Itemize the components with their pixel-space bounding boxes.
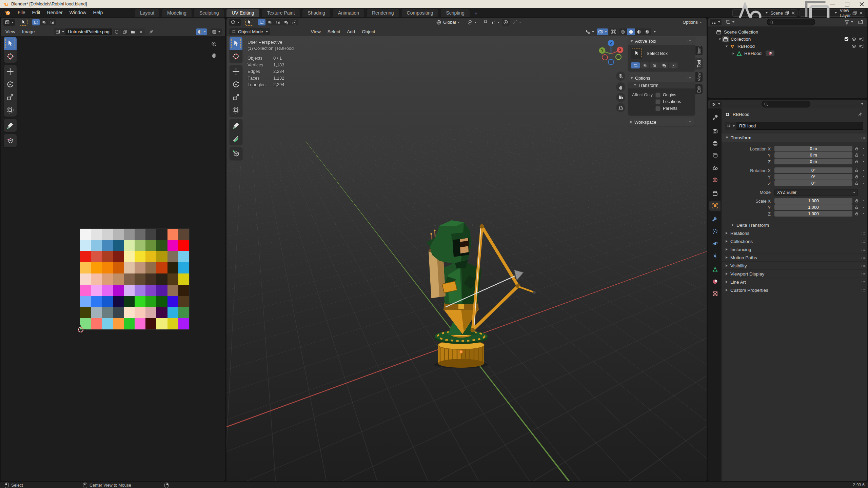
outliner-row-rbhood[interactable]: RBHood	[708, 43, 867, 50]
orientation-global[interactable]	[436, 20, 441, 25]
uv-canvas[interactable]	[1, 36, 225, 481]
properties-tab-constraints[interactable]	[709, 251, 721, 261]
scene-selector[interactable]: Scene	[732, 9, 797, 17]
lock-icon[interactable]	[854, 168, 859, 172]
menu-render[interactable]: Render	[44, 8, 66, 17]
object-name-field[interactable]: RBHood	[736, 122, 863, 130]
remove-view-layer-icon[interactable]	[859, 11, 864, 16]
workspace-tab-compositing[interactable]: Compositing	[402, 9, 438, 17]
workspace-tab-rendering[interactable]: Rendering	[367, 9, 399, 17]
properties-tab-render[interactable]	[709, 126, 721, 136]
transform-value-field[interactable]: 0 m	[774, 159, 852, 164]
transform-value-field[interactable]: 0°	[774, 167, 852, 173]
transform-orientation-value[interactable]: Global	[443, 20, 456, 25]
snap-settings-button[interactable]	[490, 19, 501, 26]
tool-rotate-button[interactable]	[230, 78, 242, 91]
properties-tab-mesh-data[interactable]	[709, 264, 721, 274]
tool-scale-button[interactable]	[4, 91, 17, 104]
unlink-scene-icon[interactable]	[791, 11, 796, 16]
viewport-select-mode-0[interactable]	[258, 19, 265, 25]
workspace-panel-header[interactable]: Workspace	[628, 118, 695, 126]
tool-select-box-button[interactable]	[4, 37, 17, 50]
expander-down[interactable]	[717, 38, 722, 40]
properties-editor-type-button[interactable]	[710, 101, 722, 107]
properties-tab-object[interactable]	[709, 201, 721, 211]
shading-material-preview-button[interactable]	[635, 28, 643, 35]
transform-value-field[interactable]: 0 m	[774, 146, 852, 151]
properties-tab-particles[interactable]	[709, 226, 721, 237]
checkbox[interactable]	[844, 37, 849, 42]
snap-toggle-button[interactable]	[481, 19, 490, 26]
sidebar-tab-view[interactable]: View	[695, 72, 703, 82]
tool-cursor-button[interactable]	[230, 50, 242, 63]
menu-edit[interactable]: Edit	[29, 8, 44, 17]
checkbox-parents[interactable]	[655, 106, 660, 111]
uv-2d-cursor[interactable]	[76, 325, 86, 335]
section-instancing[interactable]: Instancing	[722, 245, 867, 253]
proportional-falloff-button[interactable]	[511, 19, 522, 26]
maximize-button[interactable]	[845, 2, 849, 6]
animate-dot-icon[interactable]	[862, 175, 866, 179]
section-collections[interactable]: Collections	[722, 237, 867, 245]
properties-tab-world[interactable]	[709, 175, 721, 185]
tool-mode-2[interactable]	[650, 62, 659, 68]
xray-toggle-button[interactable]	[610, 28, 617, 35]
material-badge[interactable]	[766, 50, 774, 56]
pin[interactable]	[149, 29, 154, 34]
outliner-row-collection[interactable]: Collection	[708, 36, 867, 43]
view-layer-selector[interactable]: View Layer	[800, 9, 865, 17]
workspace-tab-shading[interactable]: Shading	[302, 9, 330, 17]
uv-image-pin-selector[interactable]	[211, 28, 222, 35]
tool-rotate-button[interactable]	[4, 78, 17, 91]
close-button[interactable]	[860, 2, 864, 6]
lock-icon[interactable]	[854, 181, 859, 185]
properties-search-field[interactable]	[762, 101, 810, 107]
lock-icon[interactable]	[854, 159, 859, 164]
uv-menu-view[interactable]: View	[2, 27, 19, 36]
blender-menu-icon[interactable]	[4, 9, 11, 16]
lock-icon[interactable]	[854, 205, 859, 209]
shading-wireframe-button[interactable]	[619, 28, 627, 35]
viewport-menu-select[interactable]: Select	[324, 27, 344, 36]
uv-image-browse-button[interactable]	[54, 28, 65, 35]
checkbox-locations[interactable]	[655, 99, 660, 104]
section-visibility[interactable]: Visibility	[722, 261, 867, 270]
viewport-select-mode-4[interactable]	[291, 19, 298, 25]
outliner-row-scene-collection[interactable]: Scene Collection	[708, 28, 867, 36]
active-tool-thumb[interactable]	[631, 47, 643, 59]
camera-view-button[interactable]	[616, 93, 625, 102]
tool-add-cube-button[interactable]	[230, 147, 242, 160]
tool-scale-button[interactable]	[230, 91, 242, 104]
viewport-select-mode-3[interactable]	[282, 19, 290, 25]
properties-tab-material[interactable]	[709, 277, 721, 287]
eye[interactable]	[851, 37, 856, 42]
pin[interactable]	[857, 112, 863, 117]
uv-editor-type-button[interactable]	[3, 19, 15, 26]
properties-tab-scene[interactable]	[709, 163, 721, 173]
sidebar-tab-edit[interactable]: Edit	[695, 84, 703, 94]
uv-zoom-icon[interactable]	[211, 41, 217, 47]
tool-measure-button[interactable]	[230, 132, 242, 145]
section-line-art[interactable]: Line Art	[722, 278, 867, 286]
sidebar-tab-tool[interactable]: Tool	[695, 58, 703, 69]
zoom-button[interactable]	[616, 72, 625, 81]
proportional-edit-button[interactable]	[502, 19, 510, 26]
uv-active-tool-button[interactable]	[20, 19, 27, 26]
uv-unlink-image-button[interactable]	[137, 28, 145, 35]
perspective-toggle-button[interactable]	[616, 103, 625, 112]
viewport-options-button[interactable]: Options	[683, 20, 702, 25]
uv-fake-user-button[interactable]	[113, 28, 120, 35]
rotation-mode-dropdown[interactable]: XYZ Euler	[774, 189, 858, 196]
tool-move-button[interactable]	[4, 65, 17, 78]
show-gizmo-button[interactable]	[584, 28, 595, 35]
workspace-tab-scripting[interactable]: Scripting	[441, 9, 469, 17]
lock-icon[interactable]	[854, 146, 859, 151]
viewport-canvas[interactable]: User Perspective(1) Collection | RBHoodO…	[226, 36, 707, 481]
animate-dot-icon[interactable]	[862, 160, 866, 163]
outliner-filter-button[interactable]	[843, 19, 854, 25]
tool-transform-button[interactable]	[4, 104, 17, 117]
menu-file[interactable]: File	[14, 8, 29, 17]
animate-dot-icon[interactable]	[862, 199, 866, 203]
section-custom-properties[interactable]: Custom Properties	[722, 286, 867, 294]
workspace-tab-texture-paint[interactable]: Texture Paint	[262, 9, 300, 17]
